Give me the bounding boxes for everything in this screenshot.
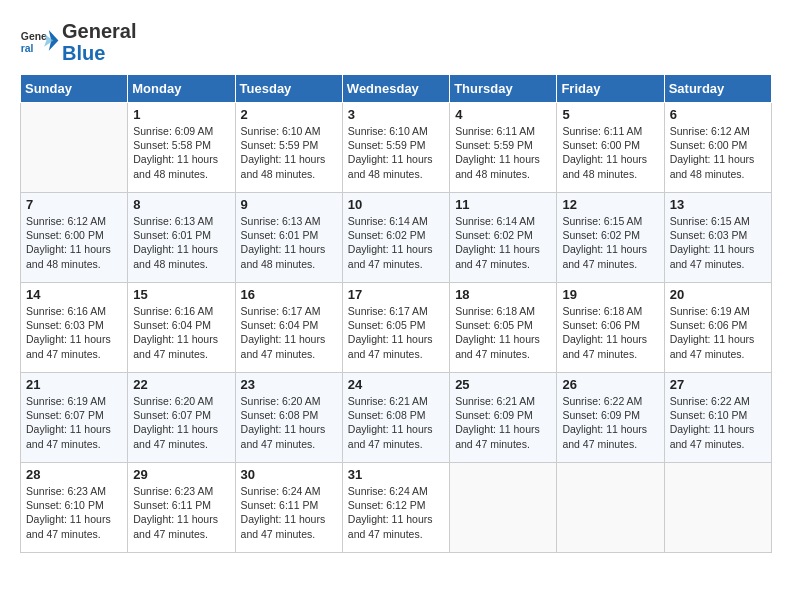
calendar-cell: 9Sunrise: 6:13 AMSunset: 6:01 PMDaylight… (235, 193, 342, 283)
weekday-header-tuesday: Tuesday (235, 75, 342, 103)
day-number: 29 (133, 467, 229, 482)
calendar-cell: 4Sunrise: 6:11 AMSunset: 5:59 PMDaylight… (450, 103, 557, 193)
calendar-cell: 11Sunrise: 6:14 AMSunset: 6:02 PMDayligh… (450, 193, 557, 283)
day-info: Sunrise: 6:12 AMSunset: 6:00 PMDaylight:… (670, 124, 766, 181)
day-info: Sunrise: 6:23 AMSunset: 6:11 PMDaylight:… (133, 484, 229, 541)
weekday-header-monday: Monday (128, 75, 235, 103)
day-number: 24 (348, 377, 444, 392)
day-info: Sunrise: 6:17 AMSunset: 6:05 PMDaylight:… (348, 304, 444, 361)
weekday-header-saturday: Saturday (664, 75, 771, 103)
day-number: 6 (670, 107, 766, 122)
calendar-table: SundayMondayTuesdayWednesdayThursdayFrid… (20, 74, 772, 553)
day-number: 18 (455, 287, 551, 302)
calendar-week-3: 14Sunrise: 6:16 AMSunset: 6:03 PMDayligh… (21, 283, 772, 373)
day-info: Sunrise: 6:22 AMSunset: 6:09 PMDaylight:… (562, 394, 658, 451)
weekday-header-wednesday: Wednesday (342, 75, 449, 103)
weekday-header-thursday: Thursday (450, 75, 557, 103)
day-info: Sunrise: 6:11 AMSunset: 6:00 PMDaylight:… (562, 124, 658, 181)
calendar-cell: 27Sunrise: 6:22 AMSunset: 6:10 PMDayligh… (664, 373, 771, 463)
calendar-cell: 21Sunrise: 6:19 AMSunset: 6:07 PMDayligh… (21, 373, 128, 463)
calendar-week-5: 28Sunrise: 6:23 AMSunset: 6:10 PMDayligh… (21, 463, 772, 553)
logo: Gene ral General Blue (20, 20, 137, 64)
day-info: Sunrise: 6:17 AMSunset: 6:04 PMDaylight:… (241, 304, 337, 361)
day-number: 19 (562, 287, 658, 302)
calendar-cell: 2Sunrise: 6:10 AMSunset: 5:59 PMDaylight… (235, 103, 342, 193)
calendar-cell: 12Sunrise: 6:15 AMSunset: 6:02 PMDayligh… (557, 193, 664, 283)
day-number: 27 (670, 377, 766, 392)
svg-text:Gene: Gene (21, 31, 47, 42)
day-number: 16 (241, 287, 337, 302)
day-info: Sunrise: 6:11 AMSunset: 5:59 PMDaylight:… (455, 124, 551, 181)
day-number: 2 (241, 107, 337, 122)
calendar-cell (21, 103, 128, 193)
calendar-cell: 22Sunrise: 6:20 AMSunset: 6:07 PMDayligh… (128, 373, 235, 463)
calendar-week-2: 7Sunrise: 6:12 AMSunset: 6:00 PMDaylight… (21, 193, 772, 283)
day-number: 25 (455, 377, 551, 392)
day-info: Sunrise: 6:14 AMSunset: 6:02 PMDaylight:… (348, 214, 444, 271)
day-info: Sunrise: 6:15 AMSunset: 6:03 PMDaylight:… (670, 214, 766, 271)
day-number: 17 (348, 287, 444, 302)
calendar-cell: 16Sunrise: 6:17 AMSunset: 6:04 PMDayligh… (235, 283, 342, 373)
logo-general-text: Gene (62, 20, 112, 42)
calendar-cell: 25Sunrise: 6:21 AMSunset: 6:09 PMDayligh… (450, 373, 557, 463)
logo-blue-text: Blue (62, 42, 105, 64)
day-info: Sunrise: 6:13 AMSunset: 6:01 PMDaylight:… (241, 214, 337, 271)
calendar-cell: 26Sunrise: 6:22 AMSunset: 6:09 PMDayligh… (557, 373, 664, 463)
day-number: 8 (133, 197, 229, 212)
calendar-cell: 24Sunrise: 6:21 AMSunset: 6:08 PMDayligh… (342, 373, 449, 463)
calendar-cell: 17Sunrise: 6:17 AMSunset: 6:05 PMDayligh… (342, 283, 449, 373)
day-number: 23 (241, 377, 337, 392)
logo-svg: Gene ral (20, 22, 60, 62)
day-info: Sunrise: 6:22 AMSunset: 6:10 PMDaylight:… (670, 394, 766, 451)
calendar-cell (450, 463, 557, 553)
day-number: 13 (670, 197, 766, 212)
calendar-cell: 1Sunrise: 6:09 AMSunset: 5:58 PMDaylight… (128, 103, 235, 193)
calendar-header: SundayMondayTuesdayWednesdayThursdayFrid… (21, 75, 772, 103)
calendar-cell: 23Sunrise: 6:20 AMSunset: 6:08 PMDayligh… (235, 373, 342, 463)
calendar-cell: 3Sunrise: 6:10 AMSunset: 5:59 PMDaylight… (342, 103, 449, 193)
svg-text:ral: ral (21, 43, 34, 54)
calendar-cell: 18Sunrise: 6:18 AMSunset: 6:05 PMDayligh… (450, 283, 557, 373)
day-info: Sunrise: 6:23 AMSunset: 6:10 PMDaylight:… (26, 484, 122, 541)
calendar-cell: 29Sunrise: 6:23 AMSunset: 6:11 PMDayligh… (128, 463, 235, 553)
calendar-cell: 14Sunrise: 6:16 AMSunset: 6:03 PMDayligh… (21, 283, 128, 373)
day-number: 11 (455, 197, 551, 212)
calendar-cell (557, 463, 664, 553)
calendar-cell: 28Sunrise: 6:23 AMSunset: 6:10 PMDayligh… (21, 463, 128, 553)
day-info: Sunrise: 6:13 AMSunset: 6:01 PMDaylight:… (133, 214, 229, 271)
calendar-cell: 15Sunrise: 6:16 AMSunset: 6:04 PMDayligh… (128, 283, 235, 373)
calendar-cell: 13Sunrise: 6:15 AMSunset: 6:03 PMDayligh… (664, 193, 771, 283)
calendar-week-4: 21Sunrise: 6:19 AMSunset: 6:07 PMDayligh… (21, 373, 772, 463)
day-info: Sunrise: 6:19 AMSunset: 6:06 PMDaylight:… (670, 304, 766, 361)
day-info: Sunrise: 6:09 AMSunset: 5:58 PMDaylight:… (133, 124, 229, 181)
weekday-header-sunday: Sunday (21, 75, 128, 103)
day-info: Sunrise: 6:20 AMSunset: 6:08 PMDaylight:… (241, 394, 337, 451)
calendar-cell: 10Sunrise: 6:14 AMSunset: 6:02 PMDayligh… (342, 193, 449, 283)
day-info: Sunrise: 6:14 AMSunset: 6:02 PMDaylight:… (455, 214, 551, 271)
calendar-cell: 31Sunrise: 6:24 AMSunset: 6:12 PMDayligh… (342, 463, 449, 553)
day-number: 22 (133, 377, 229, 392)
page-header: Gene ral General Blue (20, 20, 772, 64)
day-number: 30 (241, 467, 337, 482)
day-info: Sunrise: 6:10 AMSunset: 5:59 PMDaylight:… (348, 124, 444, 181)
day-number: 28 (26, 467, 122, 482)
day-number: 31 (348, 467, 444, 482)
day-number: 14 (26, 287, 122, 302)
day-info: Sunrise: 6:21 AMSunset: 6:08 PMDaylight:… (348, 394, 444, 451)
day-info: Sunrise: 6:16 AMSunset: 6:04 PMDaylight:… (133, 304, 229, 361)
weekday-header-friday: Friday (557, 75, 664, 103)
day-info: Sunrise: 6:12 AMSunset: 6:00 PMDaylight:… (26, 214, 122, 271)
calendar-cell: 7Sunrise: 6:12 AMSunset: 6:00 PMDaylight… (21, 193, 128, 283)
day-info: Sunrise: 6:20 AMSunset: 6:07 PMDaylight:… (133, 394, 229, 451)
calendar-cell: 19Sunrise: 6:18 AMSunset: 6:06 PMDayligh… (557, 283, 664, 373)
day-number: 5 (562, 107, 658, 122)
day-info: Sunrise: 6:19 AMSunset: 6:07 PMDaylight:… (26, 394, 122, 451)
calendar-cell: 5Sunrise: 6:11 AMSunset: 6:00 PMDaylight… (557, 103, 664, 193)
day-info: Sunrise: 6:24 AMSunset: 6:11 PMDaylight:… (241, 484, 337, 541)
day-number: 4 (455, 107, 551, 122)
day-number: 1 (133, 107, 229, 122)
calendar-cell: 8Sunrise: 6:13 AMSunset: 6:01 PMDaylight… (128, 193, 235, 283)
day-number: 10 (348, 197, 444, 212)
day-info: Sunrise: 6:18 AMSunset: 6:06 PMDaylight:… (562, 304, 658, 361)
calendar-cell: 6Sunrise: 6:12 AMSunset: 6:00 PMDaylight… (664, 103, 771, 193)
